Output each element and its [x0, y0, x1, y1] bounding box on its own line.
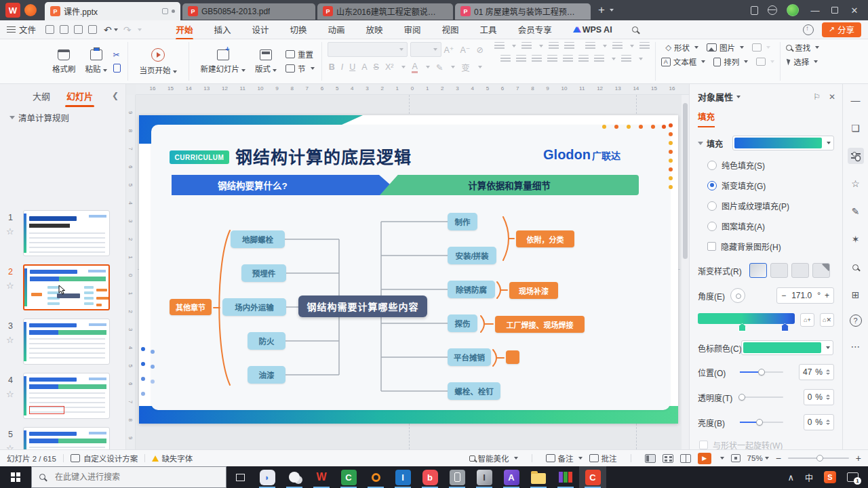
- brightness-stepper[interactable]: 0%: [804, 414, 834, 430]
- gradient-stop-handle-green[interactable]: [738, 323, 746, 331]
- tray-expand-icon[interactable]: ∧: [787, 472, 794, 483]
- doc-tab-presentation[interactable]: P 课件.pptx: [45, 2, 180, 20]
- menu-tab-tools[interactable]: 工具: [479, 20, 498, 39]
- taskbar-app-wps[interactable]: W: [308, 466, 335, 488]
- align-center-icon[interactable]: [516, 55, 526, 63]
- outdent-icon[interactable]: [549, 42, 559, 50]
- angle-minus-button[interactable]: −: [781, 291, 786, 300]
- paste-button[interactable]: 粘贴: [81, 49, 112, 74]
- tab-slides[interactable]: 幻灯片: [66, 89, 93, 102]
- ime-indicator[interactable]: 中: [805, 472, 813, 483]
- increase-font-icon[interactable]: A⁺: [444, 45, 454, 55]
- scrollbar-thumb[interactable]: [683, 103, 688, 259]
- font-size-select[interactable]: [410, 42, 441, 57]
- mindmap-node[interactable]: 除锈防腐: [448, 281, 495, 298]
- table-button[interactable]: [756, 58, 774, 66]
- comments-button[interactable]: 批注: [589, 453, 617, 464]
- play-from-current-button[interactable]: 当页开始: [135, 48, 182, 75]
- fill-option-solid[interactable]: 纯色填充(S): [707, 159, 842, 171]
- mindmap-node[interactable]: 螺栓、栓钉: [448, 382, 500, 400]
- textbox-button[interactable]: A文本框: [661, 56, 706, 67]
- tab-split-icon[interactable]: [162, 8, 168, 14]
- slide-editing-canvas[interactable]: CURRICULUM 钢结构计算的底层逻辑 Glodon广联达 钢结构要算什么?…: [136, 95, 682, 449]
- mindmap-node[interactable]: 油漆: [248, 366, 285, 384]
- select-button[interactable]: 选择: [787, 56, 818, 67]
- zoom-out-button[interactable]: −: [776, 453, 781, 464]
- slides-panel-icon[interactable]: ❏: [848, 120, 864, 136]
- menu-tab-animation[interactable]: 动画: [327, 20, 347, 39]
- gradient-stop-handle-blue[interactable]: [781, 323, 789, 331]
- taskbar-app-chat[interactable]: ◗: [254, 466, 281, 488]
- transparency-stepper[interactable]: 0%: [804, 389, 834, 405]
- fit-window-icon[interactable]: [731, 454, 741, 462]
- more-icon[interactable]: ⋯: [848, 338, 864, 354]
- panel-title-caret-icon[interactable]: [736, 96, 741, 98]
- upload-icon[interactable]: [803, 24, 814, 35]
- zoom-in-button[interactable]: +: [856, 453, 861, 464]
- task-view-button[interactable]: [226, 466, 254, 488]
- fill-option-gradient[interactable]: 渐变填充(G): [707, 180, 842, 191]
- effects-star-icon[interactable]: ☆: [848, 176, 864, 192]
- paragraph-settings-icon[interactable]: [621, 55, 631, 63]
- search-input[interactable]: [31, 466, 226, 488]
- mindmap-node[interactable]: 平台摊销: [448, 348, 491, 366]
- convert-diagram-icon[interactable]: [639, 42, 650, 50]
- redo-icon[interactable]: ↷: [123, 24, 132, 35]
- slide-sorter-button[interactable]: [663, 454, 673, 463]
- restore-button[interactable]: [831, 7, 838, 14]
- decrease-font-icon[interactable]: A⁻: [460, 45, 470, 55]
- mindmap-center-node[interactable]: 钢结构需要计算哪些内容: [298, 296, 427, 317]
- mindmap-callout[interactable]: 现场补漆: [509, 282, 558, 299]
- slide-thumb-3[interactable]: 3 ☆: [0, 319, 126, 370]
- layout-button[interactable]: 版式: [250, 49, 281, 74]
- line-spacing-icon[interactable]: [612, 42, 623, 50]
- taskbar-app-axure[interactable]: A: [498, 466, 525, 488]
- strikethrough-button[interactable]: S: [374, 62, 379, 72]
- workspace-icon[interactable]: [751, 6, 758, 15]
- mindmap-node[interactable]: 制作: [448, 213, 477, 230]
- slide-thumb-2-selected[interactable]: 2 ☆: [0, 264, 126, 316]
- transparency-slider[interactable]: [740, 396, 783, 398]
- notification-icon[interactable]: 1: [847, 472, 859, 482]
- underline-button[interactable]: U: [349, 62, 355, 72]
- remove-stop-button[interactable]: ⌂✕: [820, 313, 834, 327]
- distribute-icon[interactable]: [563, 55, 573, 63]
- ink-pen-icon[interactable]: ✎: [848, 203, 864, 220]
- mindmap-node[interactable]: 预埋件: [241, 264, 286, 282]
- save-icon[interactable]: [45, 25, 54, 34]
- justify-icon[interactable]: [547, 55, 557, 63]
- font-color-button[interactable]: A: [412, 62, 417, 73]
- undo-caret-icon[interactable]: [114, 28, 118, 31]
- properties-icon[interactable]: [848, 148, 864, 164]
- export-icon[interactable]: [60, 25, 68, 34]
- mindmap-node[interactable]: 探伤: [448, 314, 477, 332]
- taskbar-app-winrar[interactable]: [552, 466, 579, 488]
- align-left-icon[interactable]: [500, 55, 511, 63]
- section-header[interactable]: 清单计算规则: [0, 107, 125, 124]
- gradient-style-linear[interactable]: [749, 263, 767, 278]
- design-scheme[interactable]: 自定义设计方案: [83, 453, 138, 464]
- slideshow-play-button[interactable]: ▶: [698, 453, 711, 464]
- mindmap-callout-empty[interactable]: [506, 350, 519, 364]
- plugin-icon[interactable]: ⊞: [848, 287, 864, 303]
- quickbar-caret-icon[interactable]: [138, 28, 142, 31]
- menu-tab-home[interactable]: 开始: [174, 20, 194, 39]
- bold-button[interactable]: B: [329, 62, 335, 72]
- angle-knob[interactable]: [730, 288, 745, 303]
- menu-tab-wps-ai[interactable]: WPS AI: [572, 22, 614, 38]
- format-painter-button[interactable]: 格式刷: [47, 49, 81, 74]
- collapse-rail-icon[interactable]: —: [848, 92, 864, 108]
- media-button[interactable]: [752, 43, 770, 52]
- smart-beautify-button[interactable]: 智能美化: [469, 453, 518, 464]
- fill-tab[interactable]: 填充: [698, 110, 715, 127]
- zoom-level[interactable]: 75%: [747, 454, 769, 462]
- beautify-wand-icon[interactable]: ✶: [848, 231, 864, 247]
- mindmap-node[interactable]: 防火: [248, 332, 285, 350]
- mindmap-node[interactable]: 地脚螺栓: [231, 230, 285, 248]
- cut-icon[interactable]: ✂: [113, 50, 121, 60]
- menu-tab-slideshow[interactable]: 放映: [365, 20, 384, 39]
- position-slider[interactable]: [740, 371, 783, 373]
- indent-icon[interactable]: [564, 42, 574, 50]
- picture-button[interactable]: 图片: [707, 42, 744, 53]
- add-stop-button[interactable]: ⌂+: [800, 313, 814, 327]
